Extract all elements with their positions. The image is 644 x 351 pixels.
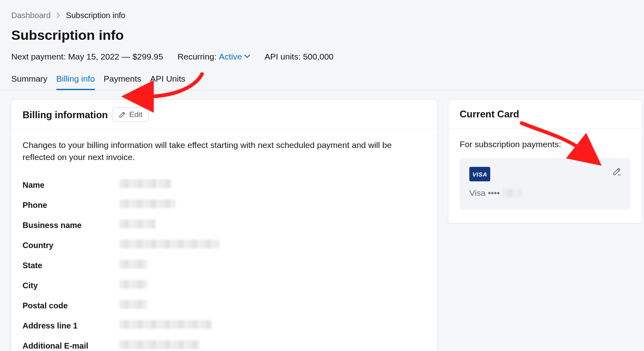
edit-card-button[interactable] (613, 167, 621, 179)
field-phone: Phone (23, 195, 426, 215)
tab-summary[interactable]: Summary (11, 73, 47, 90)
card-brand-badge: VISA (469, 167, 490, 181)
recurring-dropdown[interactable]: Active (219, 51, 250, 62)
blurred-value (119, 320, 212, 329)
billing-info-description: Changes to your billing information will… (23, 139, 401, 163)
pencil-icon (613, 167, 621, 176)
pencil-icon (119, 111, 126, 118)
breadcrumb-current: Subscription info (66, 10, 126, 21)
recurring-status: Recurring: Active (178, 51, 250, 62)
field-city: City (23, 275, 426, 296)
field-postal: Postal code (23, 296, 426, 316)
breadcrumb-dashboard[interactable]: Dashboard (11, 10, 51, 21)
card-masked-number: Visa •••• (469, 187, 500, 199)
field-name: Name (23, 175, 426, 195)
breadcrumb: Dashboard Subscription info (11, 10, 633, 21)
billing-info-title: Billing information (23, 108, 108, 122)
field-country: Country (23, 235, 426, 255)
edit-billing-button[interactable]: Edit (113, 107, 149, 122)
field-business: Business name (23, 215, 426, 235)
tab-payments[interactable]: Payments (104, 73, 141, 90)
current-card-panel: Current Card For subscription payments: … (448, 100, 642, 223)
page-title: Subscription info (11, 26, 633, 45)
blurred-value (119, 220, 155, 228)
tabs: Summary Billing info Payments API Units (0, 73, 644, 90)
field-additional-email: Additional E-mail (23, 336, 426, 351)
current-card-subtitle: For subscription payments: (460, 138, 630, 150)
next-payment: Next payment: May 15, 2022 — $299.95 (11, 51, 163, 62)
blurred-value (119, 340, 200, 349)
blurred-value (119, 179, 171, 188)
billing-info-card: Billing information Edit Changes to your… (11, 100, 437, 351)
chevron-right-icon (56, 12, 60, 18)
field-address1: Address line 1 (23, 316, 426, 336)
subscription-info-line: Next payment: May 15, 2022 — $299.95 Rec… (11, 51, 633, 62)
chevron-down-icon (244, 54, 250, 58)
blurred-value (503, 189, 522, 197)
tab-api-units[interactable]: API Units (150, 73, 186, 90)
current-card-title: Current Card (460, 107, 519, 121)
blurred-value (119, 240, 220, 248)
payment-card-box: VISA Visa •••• (460, 158, 630, 209)
tab-billing-info[interactable]: Billing info (56, 73, 95, 90)
blurred-value (119, 199, 175, 208)
api-units: API units: 500,000 (264, 51, 334, 62)
blurred-value (119, 280, 147, 289)
blurred-value (119, 260, 147, 269)
field-state: State (23, 255, 426, 275)
blurred-value (119, 300, 147, 309)
